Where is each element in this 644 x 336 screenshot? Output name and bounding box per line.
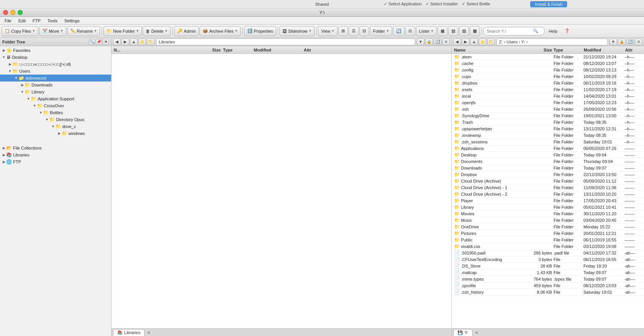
table-row[interactable]: 📁 .config File Folder 08/12/2020 13:13 -… [452,67,644,73]
table-row[interactable]: 📁 .atom File Folder 21/12/2020 19:24 --h… [452,54,644,60]
table-row[interactable]: 📁 .openjfx File Folder 17/05/2020 12:23 … [452,100,644,106]
tree-close-button[interactable]: ✕ [103,39,109,45]
select-installer[interactable]: ✓ Select Installer [426,2,458,7]
home-button[interactable]: ⭐ [138,38,146,45]
minimize-button[interactable] [10,10,15,15]
right-path-bar[interactable]: Z: › Users › Y: › [496,38,608,45]
new-folder-button[interactable]: 📁 New Folder ▼ [103,26,142,36]
move-button[interactable]: ✂️ Move ▼ [39,26,67,36]
table-row[interactable]: 📁 Downloads File Folder Today 09:07 ----… [452,165,644,171]
tree-magnify-button[interactable]: 🔍 [89,39,95,45]
tree-item-crossover[interactable]: ▼ 📁 CrossOver [0,102,111,109]
table-row[interactable]: 📁 Movies File Folder 30/11/2020 11:20 --… [452,211,644,217]
right-col-name[interactable]: Name [452,48,527,52]
table-row[interactable]: 📁 vivaldi.css File Folder 03/12/2020 19:… [452,243,644,250]
tree-lock-button[interactable]: 📌 [96,39,102,45]
tree-item-windows[interactable]: ▶ 📁 windows [0,130,111,137]
properties-button[interactable]: ℹ️ Properties [244,26,276,36]
table-row[interactable]: 📁 Cloud Drive (Archive) - 2 File Folder … [452,191,644,198]
right-back-button[interactable]: ◀ [453,38,461,45]
up-button[interactable]: ▲ [130,38,138,45]
col-header-attr[interactable]: Attr [304,48,327,52]
folder-button[interactable]: Folder ▼ [370,26,392,36]
view-list-button[interactable]: ☰ [349,26,359,36]
menu-ftp[interactable]: FTP [30,18,44,24]
table-row[interactable]: 📄 .CFUserTextEncoding 3 bytes File 06/11… [452,256,644,263]
back-button[interactable]: ◀ [113,38,121,45]
sync-button[interactable]: 🔄 [393,26,404,36]
rename-button[interactable]: ✏️ Rename ▼ [67,26,100,36]
tree-item-strange[interactable]: ▶ 📁 □∩□□□□∞□□□□□¬□÷□□∬«□∂§ [0,61,111,68]
menu-edit[interactable]: Edit [15,18,29,24]
lister-button[interactable]: Lister ▼ [416,26,437,36]
table-row[interactable]: 📁 .zsh_sessions File Folder Saturday 19:… [452,139,644,145]
table-row[interactable]: 📁 Music File Folder 03/04/2020 20:45 ---… [452,217,644,224]
lister-view-2[interactable]: ▧ [448,26,458,36]
maximize-button[interactable] [18,10,23,15]
tree-item-library[interactable]: ▼ 📁 Library [0,88,111,95]
table-row[interactable]: 📁 Cloud Drive (Archive) File Folder 05/0… [452,178,644,185]
search-input[interactable] [487,29,533,33]
install-finish-button[interactable]: Install & Finish [530,1,567,7]
tree-item-users[interactable]: ▼ 📁 Users [0,68,111,75]
path-dropdown-button[interactable]: ▼ [417,38,424,45]
table-row[interactable]: 📁 .cups File Folder 10/02/2020 09:29 --h… [452,73,644,80]
panel-lock-button[interactable]: 🔒 [425,38,433,45]
lister-view-1[interactable]: ▦ [438,26,448,36]
tree-item-favorites[interactable]: ▶ ⭐ Favorites [0,47,111,54]
add-tab-button[interactable]: + [145,329,152,336]
admin-button[interactable]: 🔑 Admin [174,26,199,36]
delete-button[interactable]: 🗑 Delete ▼ [143,26,171,36]
table-row[interactable]: 📄 .zsh_history 8.06 KB File Saturday 19:… [452,289,644,296]
forward-button[interactable]: ▶ [121,38,129,45]
table-row[interactable]: 📁 Documents File Folder Thursday 09:04 -… [452,158,644,165]
right-sync-button[interactable]: 🔄 [626,38,634,45]
table-row[interactable]: 📄 .zprofile 459 bytes File 08/12/2020 13… [452,283,644,289]
table-row[interactable]: 📄 .mailcap 1.43 KB File Today 09:07 -ah-… [452,269,644,276]
left-path-bar[interactable]: Libraries [156,38,415,45]
tree-item-app-support[interactable]: ▼ 📁 Application Support [0,95,111,102]
table-row[interactable]: 📁 .xnviewmp File Folder Today 08:35 --h-… [452,132,644,139]
right-home-button[interactable]: ⭐ [479,38,486,45]
right-add-tab-button[interactable]: + [473,329,480,336]
right-col-type[interactable]: Type [554,48,584,52]
help-icon[interactable]: ❓ [561,28,573,34]
table-row[interactable]: 📁 Public File Folder 06/11/2019 16:55 --… [452,237,644,243]
table-row[interactable]: 📁 .dropbox File Folder 06/11/2019 19:16 … [452,80,644,86]
tree-item-ftp[interactable]: ▶ 🌐 FTP [0,158,111,165]
right-col-modified[interactable]: Modified [584,48,625,52]
tree-item-desktop[interactable]: ▼ 🖥 Desktop [0,54,111,61]
select-bottle[interactable]: ✓ Select Bottle [462,2,490,7]
table-row[interactable]: 📁 Player File Folder 17/05/2020 20:43 --… [452,198,644,204]
tree-item-downloads[interactable]: ▶ 📁 Downloads [0,82,111,88]
tree-item-dobrewood[interactable]: ▼ 📁 dobrewood [0,75,111,82]
table-row[interactable]: 📁 .Trash File Folder Today 08:35 --h---- [452,119,644,126]
view-detail-button[interactable]: ⊟ [359,26,369,36]
equalizer-button[interactable]: ⚖ [405,26,415,36]
tree-item-drive-c[interactable]: ▼ 📁 drive_c [0,123,111,130]
view-button[interactable]: View ▼ [318,26,338,36]
table-row[interactable]: 📁 Dropbox File Folder 22/12/2020 13:50 -… [452,171,644,178]
table-row[interactable]: 📄 .DS_Store 28 KB File Friday 18:20 -ah-… [452,263,644,269]
tree-item-bottles[interactable]: ▼ 📁 Bottles [0,109,111,116]
table-row[interactable]: 📁 .SynologyDrive File Folder 19/01/2021 … [452,113,644,119]
right-close-button[interactable]: ✕ [635,38,642,45]
menu-tools[interactable]: Tools [44,18,60,24]
table-row[interactable]: 📁 Library File Folder 05/01/2021 10:41 -… [452,204,644,211]
right-lock-button[interactable]: 🔒 [618,38,626,45]
tree-item-file-collections[interactable]: ▶ 📂 File Collections [0,145,111,151]
table-row[interactable]: 📄 .501956.padl 266 bytes .padl file 04/1… [452,250,644,256]
col-header-type[interactable]: Type [223,48,254,52]
right-up-button[interactable]: ▲ [470,38,478,45]
tree-item-libraries[interactable]: ▶ 📚 Libraries [0,151,111,158]
tab-y-drive[interactable]: 💾 Y: [453,329,473,336]
archive-files-button[interactable]: 📦 Archive Files ▼ [200,26,241,36]
menu-file[interactable]: File [2,18,15,24]
table-row[interactable]: 📁 .esets File Folder 11/02/2020 17:19 --… [452,86,644,93]
table-row[interactable]: 📁 OneDrive File Folder Monday 15:22 ----… [452,224,644,230]
table-row[interactable]: 📁 .cache File Folder 08/12/2020 13:07 --… [452,60,644,67]
help-button[interactable]: Help [546,28,561,34]
table-row[interactable]: 📁 .upspowerhelper File Folder 13/11/2020… [452,126,644,132]
select-application[interactable]: ✓ Select Application [384,2,422,7]
table-row[interactable]: 📁 Cloud Drive (Archive) - 1 File Folder … [452,185,644,191]
